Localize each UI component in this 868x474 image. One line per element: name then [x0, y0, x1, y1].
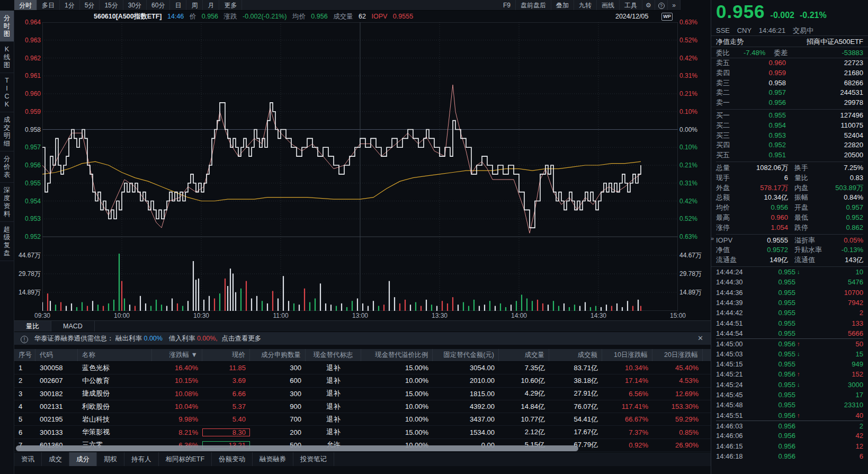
bottom-tab-成分[interactable]: 成分	[69, 452, 97, 466]
nav-trend-link[interactable]: 净值走势	[716, 36, 744, 47]
toolbar-item-盘前盘后[interactable]: 盘前盘后	[516, 0, 551, 10]
toolbar-collapse-icon[interactable]: »	[668, 0, 681, 10]
bid-row[interactable]: 买一0.955127496	[716, 111, 863, 121]
time-axis-label[interactable]: 14:30	[583, 312, 614, 319]
period-tab-分时[interactable]: 分时	[14, 0, 37, 10]
bid-row[interactable]: 买四0.95222820	[716, 140, 863, 150]
gear-icon[interactable]: ⚙	[642, 0, 655, 10]
horizontal-scrollbar[interactable]	[14, 445, 711, 452]
bid-row[interactable]: 买二0.954110075	[716, 121, 863, 131]
table-row[interactable]: 1300058蓝色光标16.40%11.85300退补15.00%3054.00…	[14, 362, 711, 374]
period-tab-15分[interactable]: 15分	[100, 0, 123, 10]
indicator-tab-量比[interactable]: 量比	[14, 321, 51, 332]
help-icon[interactable]: ?	[655, 0, 668, 10]
ask-row[interactable]: 卖四0.95921680	[716, 68, 863, 78]
column-header-涨跌幅[interactable]: 涨跌幅 ▼	[152, 349, 202, 361]
table-row[interactable]: 6300133华策影视8.21%8.30200退补15.00%1534.002.…	[14, 426, 711, 439]
panel-collapse-icon[interactable]: »	[711, 233, 716, 244]
period-tab-多日[interactable]: 多日	[37, 0, 60, 10]
column-header-名称[interactable]: 名称	[78, 349, 152, 361]
bottom-tab-融资融券[interactable]: 融资融券	[253, 452, 293, 466]
period-tab-周[interactable]: 周	[186, 0, 203, 10]
table-row[interactable]: 3300182捷成股份10.08%6.66300退补15.00%1815.004…	[14, 388, 711, 400]
toolbar-item-工具[interactable]: 工具	[620, 0, 642, 10]
notice-more-link[interactable]: 点击查看更多	[221, 335, 261, 342]
time-axis-label[interactable]: 10:00	[106, 312, 138, 319]
tick-time: 14:46:15	[716, 441, 754, 451]
column-header-20日涨跌幅[interactable]: 20日涨跌幅	[652, 349, 703, 361]
ask-label: 卖五	[716, 58, 739, 68]
sidebar-item-深度资料[interactable]: 深度资料	[0, 183, 14, 222]
sidebar-item-分价表[interactable]: 分价表	[0, 151, 14, 183]
time-axis-label[interactable]: 10:30	[185, 312, 217, 319]
toolbar-item-九转[interactable]: 九转	[574, 0, 597, 10]
period-tab-日[interactable]: 日	[170, 0, 186, 10]
collapse-expander[interactable]: »	[14, 345, 711, 349]
bottom-tab-份额变动[interactable]: 份额变动	[212, 452, 253, 466]
table-cell: 华策影视	[78, 427, 152, 437]
time-axis-label[interactable]: 13:00	[344, 312, 376, 319]
wp-window-icon[interactable]: WP	[661, 13, 673, 21]
time-axis-label[interactable]: 11:00	[265, 312, 297, 319]
order-book: 卖五0.96022723卖四0.95921680卖三0.95868266卖二0.…	[711, 58, 868, 162]
toolbar-item-F9[interactable]: F9	[498, 0, 516, 10]
stat-value: 0.862	[829, 223, 863, 233]
column-header-现价[interactable]: 现价	[202, 349, 250, 361]
sidebar-item-char: 度	[0, 194, 14, 202]
bid-row[interactable]: 买三0.95352404	[716, 131, 863, 141]
toolbar-item-画线[interactable]: 画线	[597, 0, 620, 10]
sidebar-item-K线图[interactable]: K线图	[0, 42, 14, 73]
sidebar-item-超级复盘[interactable]: 超级复盘	[0, 222, 14, 261]
table-row[interactable]: 2002607中公教育10.15%3.69600退补10.00%2010.001…	[14, 374, 711, 387]
bottom-tab-持有人[interactable]: 持有人	[124, 452, 159, 466]
last-price: 0.956	[716, 1, 765, 22]
period-tab-60分[interactable]: 60分	[147, 0, 170, 10]
column-header-10日涨跌幅[interactable]: 10日涨跌幅	[602, 349, 652, 361]
timeseries-chart[interactable]: 0.9640.9630.9620.9610.9600.9590.9580.957…	[14, 22, 711, 330]
bid-row[interactable]: 买五0.95120500	[716, 150, 863, 160]
time-axis-label[interactable]: 14:00	[503, 312, 535, 319]
pct-axis-label: 0.10%	[679, 108, 710, 115]
table-row[interactable]: 5002195岩山科技9.98%5.40700退补10.00%3437.0010…	[14, 413, 711, 426]
toolbar-item-叠加[interactable]: 叠加	[551, 0, 574, 10]
time-axis-label[interactable]: 09:30	[26, 312, 58, 319]
sidebar-item-分时图[interactable]: 分时图	[0, 11, 14, 42]
period-tab-5分[interactable]: 5分	[80, 0, 100, 10]
bottom-tab-资讯[interactable]: 资讯	[14, 452, 42, 466]
stats-row: 现手6量比0.83	[716, 173, 863, 183]
ask-row[interactable]: 卖一0.95629978	[716, 98, 863, 108]
column-header-现金替代标志[interactable]: 现金替代标志	[306, 349, 361, 361]
bottom-tab-相同标的ETF[interactable]: 相同标的ETF	[159, 452, 212, 466]
sidebar-item-TICK[interactable]: TICK	[0, 73, 14, 112]
ask-row[interactable]: 卖三0.95868266	[716, 78, 863, 88]
column-header-成交量[interactable]: 成交量	[499, 349, 549, 361]
tick-price: 0.955	[754, 288, 795, 298]
column-header-序号[interactable]: 序号	[14, 349, 35, 361]
chart-svg[interactable]	[42, 22, 678, 311]
table-cell: 10.00%	[361, 377, 433, 384]
notice-bar[interactable]: ! 华泰证券融券通供需信息： 融出利率 0.00% 借入利率 0.00%, 点击…	[14, 332, 711, 345]
indicator-tab-MACD[interactable]: MACD	[51, 321, 95, 332]
column-header-代码[interactable]: 代码	[35, 349, 78, 361]
period-tab-更多[interactable]: 更多	[219, 0, 242, 10]
ask-row[interactable]: 卖二0.957244531	[716, 88, 863, 98]
stat-value: 0.956	[739, 203, 788, 213]
period-tab-月[interactable]: 月	[203, 0, 219, 10]
table-row[interactable]: 4002131利欧股份10.04%5.37900退补10.00%4392.001…	[14, 400, 711, 413]
close-icon[interactable]: ✕	[697, 332, 703, 345]
bottom-tab-成交[interactable]: 成交	[42, 452, 69, 466]
period-tab-30分[interactable]: 30分	[123, 0, 147, 10]
column-header-成交额[interactable]: 成交额	[549, 349, 602, 361]
nav-row[interactable]: 净值走势 招商中证A500ETF	[711, 36, 868, 47]
column-header-固定替代金额(元)[interactable]: 固定替代金额(元)	[433, 349, 499, 361]
ask-row[interactable]: 卖五0.96022723	[716, 58, 863, 68]
bottom-tab-投资笔记[interactable]: 投资笔记	[293, 452, 334, 466]
time-axis-label[interactable]: 15:00	[662, 312, 694, 319]
time-axis-label[interactable]: 13:30	[424, 312, 455, 319]
column-header-现金替代溢价比例[interactable]: 现金替代溢价比例	[361, 349, 433, 361]
sidebar-item-成交明细[interactable]: 成交明细	[0, 112, 14, 151]
scrollbar-thumb[interactable]	[16, 445, 578, 451]
period-tab-1分[interactable]: 1分	[60, 0, 80, 10]
column-header-成分申购数量[interactable]: 成分申购数量	[250, 349, 306, 361]
bottom-tab-期权[interactable]: 期权	[97, 452, 124, 466]
